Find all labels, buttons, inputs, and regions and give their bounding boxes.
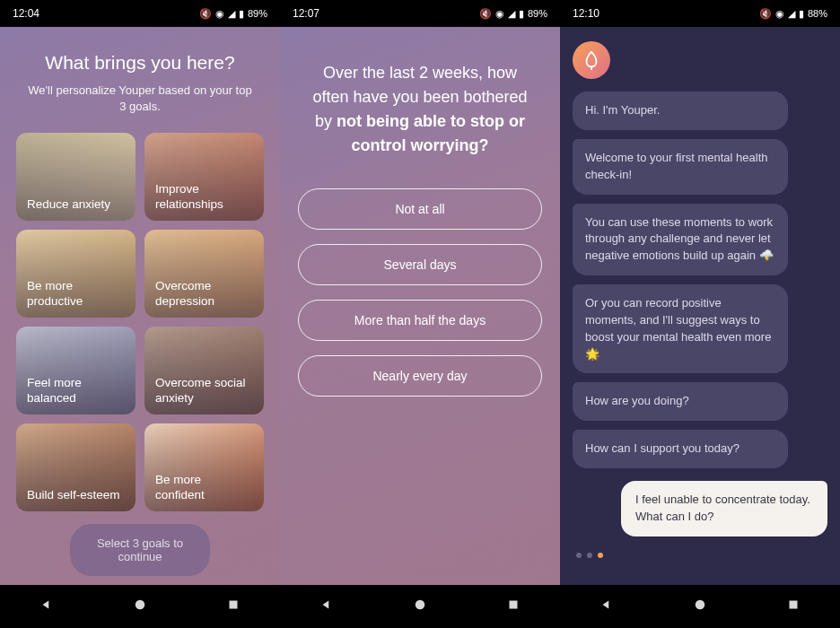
status-icons: 🔇 ◉ ◢ ▮ 89% — [479, 8, 547, 20]
wifi-icon: ◉ — [215, 8, 224, 20]
wifi-icon: ◉ — [495, 8, 504, 20]
select-goals-button[interactable]: Select 3 goals to continue — [70, 524, 210, 576]
nav-bar — [280, 585, 560, 628]
dot-icon — [598, 553, 603, 558]
nav-home-icon[interactable] — [132, 597, 148, 616]
goal-label: Feel more balanced — [27, 376, 125, 406]
goal-card-feel-more-balanced[interactable]: Feel more balanced — [16, 327, 136, 414]
goal-card-be-more-productive[interactable]: Be more productive — [16, 230, 136, 318]
page-title: What brings you here? — [14, 52, 266, 74]
nav-back-icon[interactable] — [319, 597, 335, 616]
goal-label: Improve relationships — [155, 182, 253, 213]
page-subtitle: We'll personalize Youper based on your t… — [14, 83, 266, 115]
status-icons: 🔇 ◉ ◢ ▮ 89% — [199, 8, 267, 20]
screen-chat: 12:10 🔇 ◉ ◢ ▮ 88% Hi. I'm Youper. Welcom… — [560, 0, 840, 628]
battery-text: 89% — [248, 8, 267, 19]
bot-message: Hi. I'm Youper. — [573, 92, 788, 130]
dot-icon — [587, 553, 592, 558]
question-bold: not being able to stop or control worryi… — [337, 112, 525, 154]
status-bar: 12:10 🔇 ◉ ◢ ▮ 88% — [560, 0, 840, 27]
bot-message: You can use these moments to work throug… — [573, 204, 788, 276]
svg-rect-1 — [230, 601, 238, 609]
bot-message: Welcome to your first mental health chec… — [573, 139, 788, 195]
screen-question: 12:07 🔇 ◉ ◢ ▮ 89% Over the last 2 weeks,… — [280, 0, 560, 628]
goal-card-improve-relationships[interactable]: Improve relationships — [144, 133, 264, 221]
nav-recent-icon[interactable] — [505, 597, 521, 616]
option-several-days[interactable]: Several days — [298, 244, 542, 285]
signal-icon: ◢ — [228, 8, 235, 20]
battery-icon: ▮ — [239, 8, 244, 20]
status-bar: 12:07 🔇 ◉ ◢ ▮ 89% — [280, 0, 560, 27]
clock: 12:07 — [293, 7, 319, 20]
goal-label: Be more productive — [27, 279, 125, 310]
bot-message: Or you can record positive moments, and … — [573, 284, 788, 373]
nav-back-icon[interactable] — [39, 597, 55, 616]
nav-home-icon[interactable] — [692, 597, 708, 616]
mute-icon: 🔇 — [479, 8, 492, 20]
goal-grid: Reduce anxiety Improve relationships Be … — [14, 133, 266, 511]
nav-recent-icon[interactable] — [225, 597, 241, 616]
clock: 12:04 — [13, 7, 39, 20]
goal-card-be-more-confident[interactable]: Be more confident — [144, 423, 264, 511]
status-bar: 12:04 🔇 ◉ ◢ ▮ 89% — [0, 0, 280, 27]
goal-card-overcome-depression[interactable]: Overcome depression — [144, 230, 264, 318]
dot-icon — [576, 553, 582, 558]
svg-point-2 — [416, 600, 425, 610]
battery-text: 89% — [528, 8, 547, 19]
leaf-icon — [582, 50, 601, 70]
goal-card-build-self-esteem[interactable]: Build self-esteem — [16, 423, 136, 511]
signal-icon: ◢ — [788, 8, 795, 20]
battery-icon: ▮ — [799, 8, 804, 20]
nav-recent-icon[interactable] — [785, 597, 801, 616]
option-nearly-every-day[interactable]: Nearly every day — [298, 355, 542, 397]
svg-rect-5 — [790, 601, 798, 609]
nav-home-icon[interactable] — [412, 597, 428, 616]
battery-text: 88% — [808, 8, 827, 19]
mute-icon: 🔇 — [199, 8, 212, 20]
nav-back-icon[interactable] — [599, 597, 615, 616]
chat-content: Hi. I'm Youper. Welcome to your first me… — [560, 27, 840, 585]
bot-message: How are you doing? — [573, 382, 788, 421]
goal-card-overcome-social-anxiety[interactable]: Overcome social anxiety — [144, 327, 264, 414]
battery-icon: ▮ — [519, 8, 524, 20]
bot-avatar — [573, 41, 610, 79]
goal-label: Build self-esteem — [27, 488, 120, 503]
mute-icon: 🔇 — [759, 8, 772, 20]
bot-message: How can I support you today? — [573, 430, 788, 468]
screen-goals: 12:04 🔇 ◉ ◢ ▮ 89% What brings you here? … — [0, 0, 280, 628]
nav-bar — [0, 585, 280, 628]
nav-bar — [560, 585, 840, 628]
goal-label: Be more confident — [155, 473, 253, 503]
status-icons: 🔇 ◉ ◢ ▮ 88% — [759, 8, 827, 20]
goal-label: Overcome social anxiety — [155, 376, 253, 406]
clock: 12:10 — [573, 7, 599, 20]
svg-rect-3 — [510, 601, 518, 609]
wifi-icon: ◉ — [775, 8, 784, 20]
question-content: Over the last 2 weeks, how often have yo… — [280, 27, 560, 585]
goals-content: What brings you here? We'll personalize … — [0, 27, 280, 585]
question-text: Over the last 2 weeks, how often have yo… — [298, 61, 542, 158]
goal-label: Reduce anxiety — [27, 197, 110, 213]
goal-card-reduce-anxiety[interactable]: Reduce anxiety — [16, 133, 136, 221]
user-message: I feel unable to concentrate today. What… — [621, 481, 827, 536]
signal-icon: ◢ — [508, 8, 515, 20]
svg-point-0 — [136, 600, 145, 610]
svg-point-4 — [696, 600, 705, 610]
goal-label: Overcome depression — [155, 279, 253, 310]
option-more-than-half[interactable]: More than half the days — [298, 300, 542, 341]
typing-indicator — [573, 553, 827, 558]
option-not-at-all[interactable]: Not at all — [298, 188, 542, 230]
